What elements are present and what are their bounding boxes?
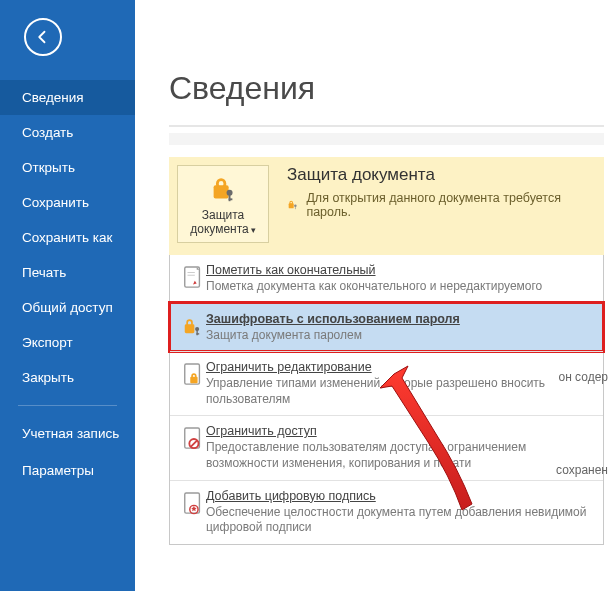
svg-rect-4 — [229, 198, 233, 200]
protect-note-text: Для открытия данного документа требуется… — [306, 191, 596, 219]
svg-rect-8 — [295, 207, 296, 210]
dropdown-title: Зашифровать с использованием пароля — [206, 312, 593, 326]
svg-rect-16 — [196, 333, 199, 334]
dropdown-item-restrict-editing[interactable]: Ограничить редактированиеУправление типа… — [170, 351, 603, 415]
dropdown-item-encrypt-password[interactable]: Зашифровать с использованием пароляЗащит… — [170, 303, 603, 352]
protect-document-button[interactable]: Защита документа▾ — [177, 165, 269, 243]
sidebar-item-open[interactable]: Открыть — [0, 150, 135, 185]
sidebar-item-print[interactable]: Печать — [0, 255, 135, 290]
dropdown-desc: Обеспечение целостности документа путем … — [206, 505, 593, 536]
aside-text-saved: сохранен — [556, 463, 608, 477]
protect-dropdown: Пометить как окончательныйПометка докуме… — [169, 255, 604, 545]
restrict-editing-icon — [180, 360, 206, 407]
dropdown-desc: Управление типами изменений, которые раз… — [206, 376, 593, 407]
page-title: Сведения — [169, 70, 610, 107]
svg-line-22 — [191, 441, 197, 447]
dropdown-item-digital-signature[interactable]: Добавить цифровую подписьОбеспечение цел… — [170, 480, 603, 544]
protect-document-panel: Защита документа▾ Защита документа Для о… — [169, 157, 604, 255]
key-icon — [287, 198, 300, 212]
sidebar-nav: Сведения Создать Открыть Сохранить Сохра… — [0, 80, 135, 488]
lock-key-icon — [180, 312, 206, 344]
backstage-sidebar: Сведения Создать Открыть Сохранить Сохра… — [0, 0, 135, 591]
svg-rect-9 — [185, 267, 200, 287]
sidebar-item-share[interactable]: Общий доступ — [0, 290, 135, 325]
main-panel: Сведения Защита документа▾ Защита докуме… — [135, 0, 610, 591]
dropdown-desc: Пометка документа как окончательного и н… — [206, 279, 593, 295]
restrict-access-icon — [180, 424, 206, 471]
sidebar-item-info[interactable]: Сведения — [0, 80, 135, 115]
svg-rect-1 — [217, 180, 225, 188]
protect-info: Защита документа Для открытия данного до… — [269, 165, 596, 243]
dropdown-title: Ограничить доступ — [206, 424, 593, 438]
lock-key-icon — [208, 174, 238, 204]
digital-signature-icon — [180, 489, 206, 536]
title-underline-thick — [169, 133, 604, 145]
sidebar-item-save[interactable]: Сохранить — [0, 185, 135, 220]
protect-note: Для открытия данного документа требуется… — [287, 191, 596, 219]
dropdown-title: Ограничить редактирование — [206, 360, 593, 374]
sidebar-divider — [18, 405, 117, 406]
sidebar-item-close[interactable]: Закрыть — [0, 360, 135, 395]
sidebar-item-new[interactable]: Создать — [0, 115, 135, 150]
sidebar-item-options[interactable]: Параметры — [0, 453, 135, 488]
arrow-left-icon — [34, 28, 52, 46]
svg-rect-23 — [185, 493, 200, 513]
dropdown-item-mark-final[interactable]: Пометить как окончательныйПометка докуме… — [170, 255, 603, 303]
svg-rect-18 — [190, 377, 197, 383]
title-underline — [169, 125, 604, 127]
sidebar-item-account[interactable]: Учетная запись — [0, 416, 135, 453]
dropdown-desc: Защита документа паролем — [206, 328, 593, 344]
sidebar-item-save-as[interactable]: Сохранить как — [0, 220, 135, 255]
chevron-down-icon: ▾ — [251, 225, 256, 235]
protect-button-label: Защита документа — [190, 208, 249, 236]
protect-heading: Защита документа — [287, 165, 596, 185]
sidebar-item-export[interactable]: Экспорт — [0, 325, 135, 360]
dropdown-desc: Предоставление пользователям доступа с о… — [206, 440, 593, 471]
dropdown-item-restrict-access[interactable]: Ограничить доступПредоставление пользова… — [170, 415, 603, 479]
mark-final-icon — [180, 263, 206, 295]
svg-rect-19 — [192, 374, 196, 379]
dropdown-title: Добавить цифровую подпись — [206, 489, 593, 503]
dropdown-title: Пометить как окончательный — [206, 263, 593, 277]
aside-text-contains: он содер — [558, 370, 608, 384]
svg-rect-6 — [290, 201, 293, 204]
back-button[interactable] — [24, 18, 62, 56]
